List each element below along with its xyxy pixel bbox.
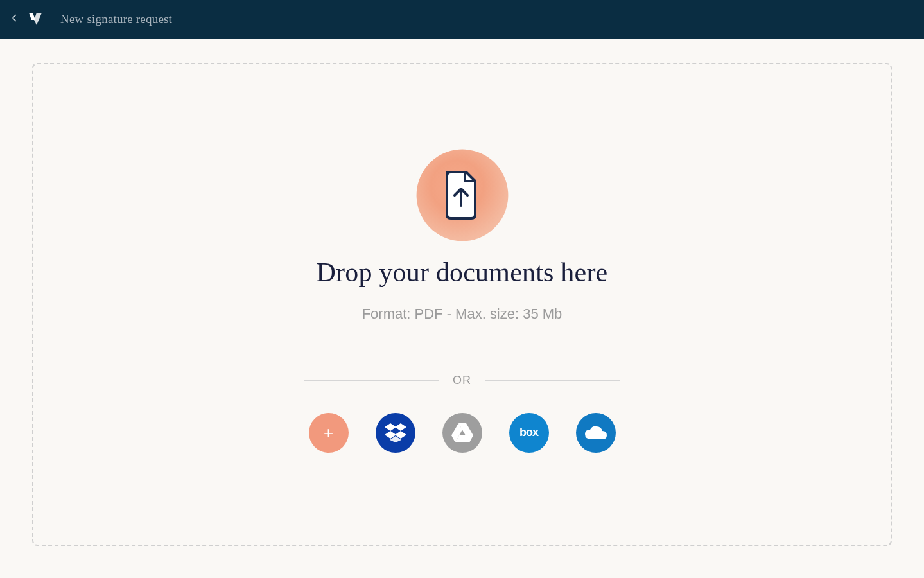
file-drop-zone[interactable]: Drop your documents here Format: PDF - M… <box>32 63 892 546</box>
plus-icon: + <box>324 425 333 441</box>
dropbox-button[interactable] <box>376 413 415 453</box>
svg-marker-0 <box>385 423 396 431</box>
main-canvas: Drop your documents here Format: PDF - M… <box>0 39 924 578</box>
divider-line-right <box>485 380 620 381</box>
svg-marker-1 <box>395 423 406 431</box>
top-bar: New signature request <box>0 0 924 39</box>
or-divider: OR <box>304 374 620 387</box>
upload-provider-row: + box <box>309 413 616 453</box>
onedrive-icon <box>584 425 608 441</box>
onedrive-button[interactable] <box>576 413 616 453</box>
add-local-file-button[interactable]: + <box>309 413 349 453</box>
box-button[interactable]: box <box>509 413 549 453</box>
dropbox-icon <box>385 423 406 442</box>
chevron-left-icon <box>12 14 17 22</box>
or-label: OR <box>453 374 471 387</box>
back-button[interactable] <box>8 12 21 27</box>
yousign-logo-icon <box>27 11 44 28</box>
upload-illustration <box>417 150 507 240</box>
google-drive-icon <box>451 423 473 442</box>
dropzone-subtext: Format: PDF - Max. size: 35 Mb <box>362 306 562 322</box>
file-upload-icon <box>442 170 483 221</box>
box-icon: box <box>519 426 538 439</box>
dropzone-heading: Drop your documents here <box>317 257 608 288</box>
page-title: New signature request <box>60 12 172 26</box>
google-drive-button[interactable] <box>442 413 482 453</box>
divider-line-left <box>304 380 439 381</box>
app-logo <box>27 11 44 28</box>
